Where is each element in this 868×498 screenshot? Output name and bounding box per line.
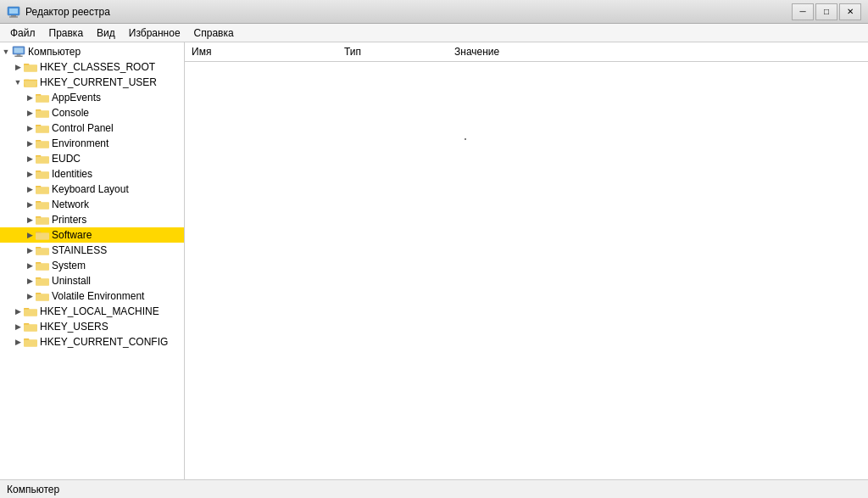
tree-item-label-hkey_classes_root: HKEY_CLASSES_ROOT — [40, 61, 155, 73]
tree-item-system[interactable]: ▶ System — [0, 258, 184, 273]
close-button[interactable]: ✕ — [839, 3, 861, 20]
folder-icon — [36, 107, 49, 119]
folder-icon — [36, 260, 49, 271]
expand-btn-eudc[interactable]: ▶ — [24, 153, 36, 165]
col-header-type: Тип — [337, 44, 448, 59]
svg-rect-35 — [36, 187, 49, 194]
tree-item-label-volatile_environment: Volatile Environment — [52, 290, 144, 302]
folder-icon — [24, 76, 37, 88]
tree-item-stainless[interactable]: ▶ STAINLESS — [0, 243, 184, 258]
svg-rect-32 — [36, 172, 49, 179]
expand-btn-computer[interactable]: ▼ — [0, 46, 12, 58]
expand-btn-hkey_classes_root[interactable]: ▶ — [12, 61, 24, 73]
tree-item-label-system: System — [52, 260, 86, 271]
tree-item-hkey_users[interactable]: ▶ HKEY_USERS — [0, 319, 184, 334]
computer-icon — [12, 46, 25, 58]
svg-rect-53 — [36, 279, 49, 286]
tree-item-label-uninstall: Uninstall — [52, 275, 91, 287]
svg-rect-17 — [36, 96, 49, 103]
folder-icon — [36, 229, 49, 241]
tree-item-uninstall[interactable]: ▶ Uninstall — [0, 273, 184, 288]
folder-icon — [36, 214, 49, 226]
folder-icon — [36, 122, 49, 134]
tree-item-label-eudc: EUDC — [52, 153, 81, 165]
tree-item-label-stainless: STAINLESS — [52, 244, 107, 256]
expand-btn-keyboard_layout[interactable]: ▶ — [24, 183, 36, 195]
svg-marker-14 — [24, 81, 37, 87]
tree-item-appevents[interactable]: ▶ AppEvents — [0, 90, 184, 105]
expand-btn-software[interactable]: ▶ — [24, 229, 36, 241]
tree-item-label-software: Software — [52, 229, 92, 241]
expand-btn-network[interactable]: ▶ — [24, 199, 36, 210]
tree-item-software[interactable]: ▶ Software — [0, 227, 184, 243]
expand-btn-identities[interactable]: ▶ — [24, 168, 36, 180]
dot-indicator — [465, 138, 466, 140]
tree-item-control_panel[interactable]: ▶ Control Panel — [0, 120, 184, 136]
svg-rect-44 — [36, 233, 49, 240]
registry-tree[interactable]: ▼ Компьютер▶ HKEY_CLASSES_ROOT▼ HKEY_CUR… — [0, 42, 185, 479]
tree-item-printers[interactable]: ▶ Printers — [0, 212, 184, 227]
folder-icon — [36, 199, 49, 210]
tree-item-label-hkey_users: HKEY_USERS — [40, 321, 108, 333]
folder-icon — [36, 153, 49, 165]
expand-btn-control_panel[interactable]: ▶ — [24, 122, 36, 134]
tree-item-computer[interactable]: ▼ Компьютер — [0, 44, 184, 59]
menu-help[interactable]: Справка — [187, 25, 241, 41]
tree-item-label-hkey_local_machine: HKEY_LOCAL_MACHINE — [40, 305, 159, 317]
expand-btn-appevents[interactable]: ▶ — [24, 92, 36, 104]
tree-item-hkey_current_config[interactable]: ▶ HKEY_CURRENT_CONFIG — [0, 334, 184, 350]
tree-item-hkey_classes_root[interactable]: ▶ HKEY_CLASSES_ROOT — [0, 59, 184, 75]
svg-rect-41 — [36, 218, 49, 225]
svg-rect-26 — [36, 142, 49, 148]
expand-btn-stainless[interactable]: ▶ — [24, 244, 36, 256]
status-bar: Компьютер — [0, 479, 868, 498]
tree-item-eudc[interactable]: ▶ EUDC — [0, 151, 184, 166]
tree-item-console[interactable]: ▶ Console — [0, 105, 184, 120]
svg-rect-65 — [24, 340, 37, 347]
tree-item-label-hkey_current_user: HKEY_CURRENT_USER — [40, 76, 157, 88]
expand-btn-printers[interactable]: ▶ — [24, 214, 36, 226]
expand-btn-system[interactable]: ▶ — [24, 260, 36, 271]
tree-item-label-computer: Компьютер — [28, 46, 81, 58]
menu-edit[interactable]: Правка — [42, 25, 91, 41]
menu-favorites[interactable]: Избранное — [122, 25, 187, 41]
tree-item-volatile_environment[interactable]: ▶ Volatile Environment — [0, 288, 184, 304]
maximize-button[interactable]: □ — [815, 3, 837, 20]
tree-item-label-hkey_current_config: HKEY_CURRENT_CONFIG — [40, 336, 168, 348]
tree-item-keyboard_layout[interactable]: ▶ Keyboard Layout — [0, 182, 184, 197]
tree-item-label-console: Console — [52, 107, 89, 119]
window-title: Редактор реестра — [25, 6, 792, 18]
folder-icon — [36, 168, 49, 180]
svg-rect-1 — [9, 8, 18, 14]
expand-btn-hkey_current_user[interactable]: ▼ — [12, 76, 24, 88]
svg-rect-10 — [24, 65, 37, 72]
svg-rect-50 — [36, 264, 49, 271]
expand-btn-volatile_environment[interactable]: ▶ — [24, 290, 36, 302]
expand-btn-uninstall[interactable]: ▶ — [24, 275, 36, 287]
folder-icon — [36, 92, 49, 104]
expand-btn-environment[interactable]: ▶ — [24, 137, 36, 149]
menu-view[interactable]: Вид — [90, 25, 122, 41]
tree-item-identities[interactable]: ▶ Identities — [0, 166, 184, 182]
tree-item-label-printers: Printers — [52, 214, 86, 226]
tree-item-label-keyboard_layout: Keyboard Layout — [52, 183, 129, 195]
tree-item-label-control_panel: Control Panel — [52, 122, 114, 134]
window-controls[interactable]: ─ □ ✕ — [792, 3, 861, 20]
svg-rect-23 — [36, 126, 49, 133]
folder-icon — [24, 336, 37, 348]
tree-item-label-identities: Identities — [52, 168, 92, 180]
tree-item-environment[interactable]: ▶ Environment — [0, 136, 184, 151]
tree-item-hkey_local_machine[interactable]: ▶ HKEY_LOCAL_MACHINE — [0, 304, 184, 319]
menu-bar: Файл Правка Вид Избранное Справка — [0, 24, 868, 42]
menu-file[interactable]: Файл — [3, 25, 42, 41]
tree-item-hkey_current_user[interactable]: ▼ HKEY_CURRENT_USER — [0, 75, 184, 90]
expand-btn-hkey_current_config[interactable]: ▶ — [12, 336, 24, 348]
expand-btn-console[interactable]: ▶ — [24, 107, 36, 119]
tree-item-label-environment: Environment — [52, 137, 108, 149]
expand-btn-hkey_local_machine[interactable]: ▶ — [12, 305, 24, 317]
svg-rect-5 — [14, 48, 24, 53]
expand-btn-hkey_users[interactable]: ▶ — [12, 321, 24, 333]
tree-item-network[interactable]: ▶ Network — [0, 197, 184, 212]
folder-icon — [36, 290, 49, 302]
minimize-button[interactable]: ─ — [792, 3, 814, 20]
